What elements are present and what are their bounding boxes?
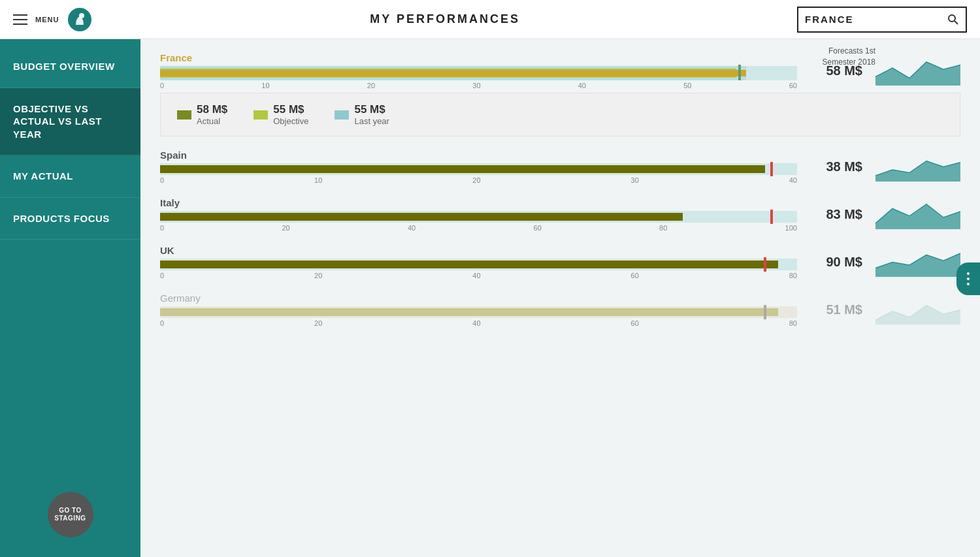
last-year-swatch xyxy=(335,110,349,119)
bar-actual xyxy=(160,308,778,316)
mini-chart-container xyxy=(875,295,960,325)
bar-container xyxy=(160,66,797,80)
axis-tick: 20 xyxy=(472,176,480,184)
country-value: 38 M$ xyxy=(810,159,862,174)
header: MENU MY PERFORMANCES xyxy=(0,0,980,39)
axis-tick: 80 xyxy=(659,224,667,232)
country-block-uk: UK 020406080 90 M$ xyxy=(160,245,960,279)
legend-last-year: 55 M$ Last year xyxy=(335,103,389,126)
axis-tick: 0 xyxy=(160,319,164,327)
menu-icon[interactable] xyxy=(13,14,27,25)
country-chart-area: UK 020406080 xyxy=(160,245,797,279)
axis-labels: 020406080 xyxy=(160,319,797,327)
sidebar-item-budget-overview[interactable]: BUDGET OVERVIEW xyxy=(0,46,140,88)
axis-labels: 0102030405060 xyxy=(160,82,797,89)
dot-icon xyxy=(967,272,970,275)
country-value: 90 M$ xyxy=(810,255,862,270)
bar-marker xyxy=(764,257,766,272)
country-block-germany: Germany 020406080 51 M$ xyxy=(160,293,960,327)
country-name: UK xyxy=(160,245,797,256)
objective-swatch xyxy=(253,110,268,119)
mini-chart-container xyxy=(875,56,960,86)
country-value: 83 M$ xyxy=(810,207,862,222)
legend-last-year-value: 55 M$ xyxy=(354,103,389,116)
sidebar: BUDGET OVERVIEW OBJECTIVE VS ACTUAL VS L… xyxy=(0,39,140,557)
country-block-italy: Italy 020406080100 83 M$ xyxy=(160,197,960,232)
axis-tick: 10 xyxy=(314,176,322,184)
search-button[interactable] xyxy=(941,14,966,25)
axis-tick: 20 xyxy=(314,272,322,279)
bar-marker xyxy=(738,65,741,80)
search-box xyxy=(797,7,967,33)
axis-tick: 0 xyxy=(160,272,164,279)
country-row: Italy 020406080100 83 M$ xyxy=(160,197,960,232)
axis-labels: 020406080100 xyxy=(160,224,797,232)
legend-actual: 58 M$ Actual xyxy=(177,103,227,126)
axis-tick: 60 xyxy=(534,224,542,232)
axis-tick: 40 xyxy=(789,176,797,184)
search-icon xyxy=(947,14,959,25)
country-row: Spain 010203040 38 M$ xyxy=(160,150,960,184)
axis-tick: 80 xyxy=(789,319,797,327)
axis-tick: 30 xyxy=(472,82,480,89)
actual-swatch xyxy=(177,110,191,119)
content-area: Forecasts 1stSemester 2018 France 010203… xyxy=(140,39,980,557)
bar-container xyxy=(160,306,797,318)
bar-actual xyxy=(160,165,765,173)
axis-tick: 20 xyxy=(282,224,289,232)
sidebar-item-my-actual[interactable]: MY ACTUAL xyxy=(0,155,140,198)
axis-tick: 60 xyxy=(631,272,639,279)
dot-icon xyxy=(967,283,970,285)
country-chart-area: Italy 020406080100 xyxy=(160,197,797,232)
axis-tick: 40 xyxy=(408,224,416,232)
axis-tick: 0 xyxy=(160,176,164,184)
sidebar-item-products-focus[interactable]: PRODUCTS FOCUS xyxy=(0,198,140,240)
svg-marker-6 xyxy=(875,204,960,229)
svg-marker-8 xyxy=(875,306,960,325)
legend-objective-label: Objective xyxy=(273,116,308,126)
mini-chart-container xyxy=(875,152,960,182)
logo xyxy=(67,7,93,33)
legend-actual-value: 58 M$ xyxy=(197,103,227,116)
page-title: MY PERFORMANCES xyxy=(370,12,520,26)
axis-tick: 40 xyxy=(472,319,480,327)
legend-objective: 55 M$ Objective xyxy=(253,103,308,126)
bar-marker xyxy=(764,305,766,319)
country-name: Germany xyxy=(160,293,797,304)
go-to-staging-button[interactable]: GO TO STAGING xyxy=(48,492,93,537)
axis-tick: 0 xyxy=(160,224,164,232)
mini-chart xyxy=(875,200,960,229)
bar-container xyxy=(160,259,797,270)
search-input[interactable] xyxy=(798,14,941,25)
axis-tick: 10 xyxy=(261,82,269,89)
svg-marker-7 xyxy=(875,253,960,277)
mini-chart xyxy=(875,56,960,86)
axis-tick: 40 xyxy=(472,272,480,279)
axis-tick: 20 xyxy=(314,319,322,327)
country-name: France xyxy=(160,52,797,63)
options-button[interactable] xyxy=(956,263,980,295)
axis-tick: 20 xyxy=(367,82,375,89)
sidebar-item-objective-vs-actual[interactable]: OBJECTIVE VS ACTUAL VS LAST YEAR xyxy=(0,88,140,156)
legend-box: 58 M$ Actual 55 M$ Objective 55 M$ Last … xyxy=(160,93,960,136)
axis-tick: 30 xyxy=(631,176,639,184)
bar-actual xyxy=(160,70,746,76)
bar-marker xyxy=(770,162,773,176)
axis-labels: 010203040 xyxy=(160,176,797,184)
country-row: UK 020406080 90 M$ xyxy=(160,245,960,279)
bar-container xyxy=(160,163,797,175)
axis-tick: 60 xyxy=(631,319,639,327)
bar-actual xyxy=(160,261,778,268)
legend-actual-label: Actual xyxy=(197,116,227,126)
dot-icon xyxy=(967,278,970,280)
country-block-spain: Spain 010203040 38 M$ xyxy=(160,150,960,184)
country-chart-area: Spain 010203040 xyxy=(160,150,797,184)
country-chart-area: Germany 020406080 xyxy=(160,293,797,327)
bar-actual xyxy=(160,213,683,221)
axis-tick: 100 xyxy=(785,224,797,232)
mini-chart xyxy=(875,247,960,277)
axis-tick: 40 xyxy=(578,82,586,89)
mini-chart-container xyxy=(875,247,960,277)
header-left: MENU xyxy=(13,7,93,33)
svg-line-3 xyxy=(955,21,958,24)
